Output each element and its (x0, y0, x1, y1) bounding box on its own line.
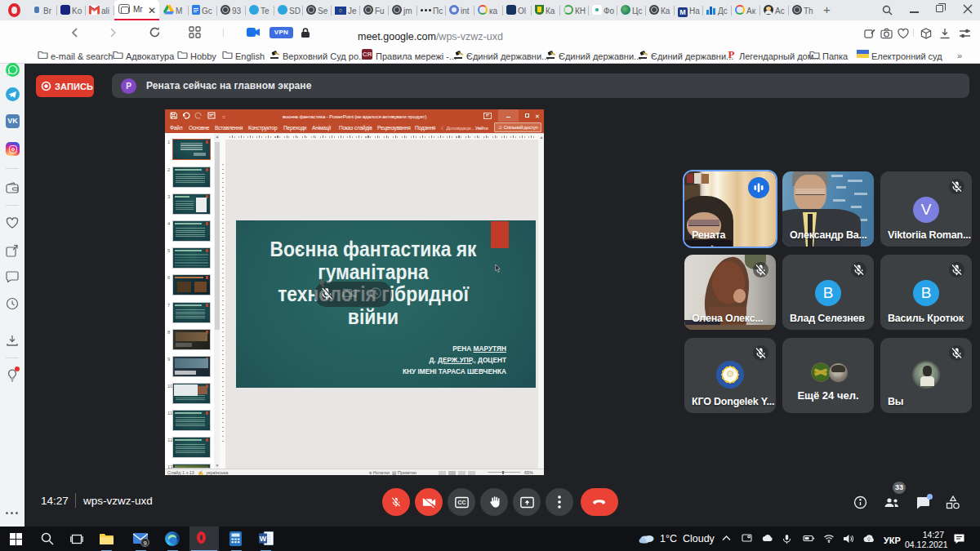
svg-text:W: W (260, 535, 267, 543)
svg-text:CC: CC (457, 500, 466, 505)
